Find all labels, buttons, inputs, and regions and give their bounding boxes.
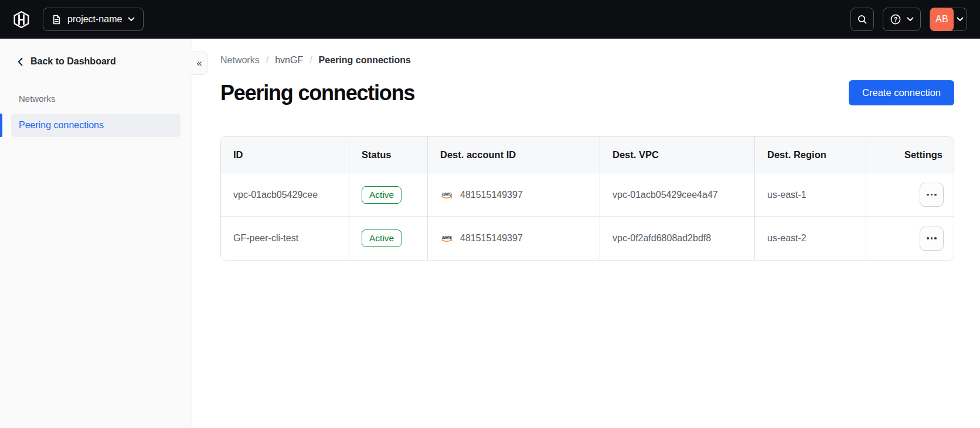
sidebar: Back to Dashboard Networks Peering conne…	[0, 39, 192, 428]
status-badge: Active	[362, 230, 401, 247]
svg-text:aws: aws	[442, 234, 452, 240]
cell-dest-region: us-east-2	[754, 217, 866, 260]
document-icon	[52, 15, 62, 25]
hashicorp-logo-icon	[13, 11, 30, 28]
svg-text:aws: aws	[442, 190, 452, 196]
search-button[interactable]	[850, 8, 874, 31]
chevron-left-icon	[18, 57, 23, 66]
cell-status: Active	[349, 173, 427, 217]
svg-text:?: ?	[894, 16, 897, 23]
chevron-down-icon	[907, 17, 914, 22]
breadcrumb-item-networks[interactable]: Networks	[220, 55, 260, 66]
cell-id: GF-peer-cli-test	[221, 217, 349, 260]
breadcrumb-separator: /	[309, 55, 312, 66]
column-header-id: ID	[221, 137, 349, 173]
main-content: Networks / hvnGF / Peering connections P…	[192, 39, 980, 428]
row-settings-button[interactable]	[920, 183, 944, 207]
breadcrumb: Networks / hvnGF / Peering connections	[220, 55, 954, 66]
breadcrumb-separator: /	[266, 55, 268, 66]
aws-icon: aws	[440, 190, 454, 200]
search-icon	[857, 14, 867, 25]
cell-dest-account-id-value: 481515149397	[460, 233, 523, 244]
cell-dest-account-id-value: 481515149397	[460, 190, 523, 200]
cell-settings	[866, 217, 954, 260]
help-icon: ?	[890, 13, 901, 25]
table-header-row: ID Status Dest. account ID Dest. VPC Des…	[221, 137, 954, 173]
chevron-down-icon	[128, 17, 135, 22]
chevron-down-icon	[954, 17, 967, 22]
column-header-status: Status	[349, 137, 427, 173]
cell-id: vpc-01acb05429cee	[221, 173, 349, 217]
cell-dest-vpc: vpc-0f2afd6808ad2bdf8	[600, 217, 754, 260]
user-menu-button[interactable]: AB	[930, 8, 967, 31]
back-to-dashboard-link[interactable]: Back to Dashboard	[18, 56, 116, 67]
ellipsis-icon	[927, 237, 937, 239]
back-to-dashboard-label: Back to Dashboard	[30, 56, 116, 67]
column-header-dest-vpc: Dest. VPC	[600, 137, 754, 173]
table-row: GF-peer-cli-test Active aws	[221, 217, 954, 260]
project-switcher-button[interactable]: project-name	[43, 8, 144, 31]
cell-dest-region: us-east-1	[754, 173, 866, 217]
avatar: AB	[930, 8, 954, 31]
hashicorp-logo[interactable]	[13, 11, 30, 28]
status-badge: Active	[362, 186, 401, 204]
active-indicator	[0, 114, 2, 137]
column-header-settings: Settings	[866, 137, 954, 173]
aws-icon: aws	[440, 234, 454, 243]
sidebar-item-label: Peering connections	[19, 120, 104, 131]
table-row: vpc-01acb05429cee Active aws	[221, 173, 954, 217]
column-header-dest-region: Dest. Region	[754, 137, 866, 173]
collapse-icon: «	[197, 58, 202, 69]
sidebar-collapse-button[interactable]: «	[192, 52, 207, 75]
cell-dest-account-id: aws 481515149397	[427, 173, 600, 217]
cell-status: Active	[349, 217, 427, 260]
breadcrumb-item-current: Peering connections	[319, 55, 411, 66]
sidebar-item-peering-connections[interactable]: Peering connections	[0, 114, 192, 137]
row-settings-button[interactable]	[920, 227, 944, 251]
topbar: project-name ?	[0, 0, 980, 39]
project-name-label: project-name	[67, 14, 122, 25]
peering-connections-table: ID Status Dest. account ID Dest. VPC Des…	[220, 136, 954, 261]
cell-dest-vpc: vpc-01acb05429cee4a47	[600, 173, 754, 217]
page-title: Peering connections	[220, 81, 414, 105]
sidebar-section-label-networks: Networks	[19, 94, 192, 104]
cell-settings	[866, 173, 954, 217]
breadcrumb-item-hvn[interactable]: hvnGF	[275, 55, 303, 66]
create-connection-button[interactable]: Create connection	[849, 80, 954, 105]
column-header-dest-account-id: Dest. account ID	[427, 137, 600, 173]
cell-dest-account-id: aws 481515149397	[427, 217, 600, 260]
ellipsis-icon	[927, 194, 937, 196]
help-menu-button[interactable]: ?	[883, 8, 921, 31]
